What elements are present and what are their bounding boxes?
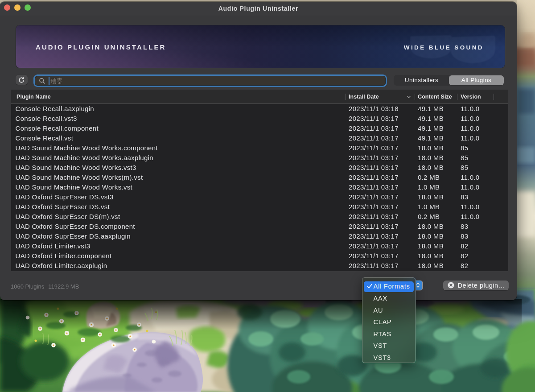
menu-item-label: AAX — [374, 295, 387, 302]
cell-content-size: 18.0 MB — [418, 192, 444, 202]
delete-plugin-label: Delete plugin... — [458, 282, 505, 289]
cell-plugin-name: UAD Sound Machine Wood Works.aaxplugin — [16, 153, 153, 163]
cell-install-date: 2023/11/1 03:17 — [349, 202, 399, 212]
delete-circle-x-icon — [448, 282, 454, 289]
cell-version: 11.0.0 — [461, 114, 479, 124]
menu-item[interactable]: VST3 — [364, 352, 414, 364]
plugin-count: 1060 Plugins — [11, 283, 44, 290]
cell-plugin-name: UAD Sound Machine Wood Works(m).vst — [16, 173, 143, 182]
table-row[interactable]: UAD Sound Machine Wood Works.component 2… — [11, 143, 508, 153]
column-header-install-date[interactable]: Install Date — [349, 90, 379, 104]
status-bar: 1060 Plugins11922.9 MB — [11, 283, 79, 290]
search-placeholder — [50, 77, 62, 84]
total-size: 11922.9 MB — [48, 283, 79, 290]
table-row[interactable]: UAD Oxford Limiter.vst3 2023/11/1 03:17 … — [11, 241, 508, 251]
segment-all-plugins[interactable]: All Plugins — [449, 75, 504, 85]
cell-install-date: 2023/11/1 03:17 — [349, 163, 399, 173]
table-row[interactable]: Console Recall.vst 2023/11/1 03:17 49.1 … — [11, 133, 508, 143]
search-input[interactable] — [35, 76, 386, 86]
cell-install-date: 2023/11/1 03:17 — [349, 241, 399, 251]
cell-plugin-name: UAD Oxford SuprEsser DS.vst3 — [16, 192, 114, 202]
cell-content-size: 49.1 MB — [418, 104, 444, 114]
column-header-plugin-name[interactable]: Plugin Name — [16, 90, 51, 104]
table-row[interactable]: Console Recall.vst3 2023/11/1 03:17 49.1… — [11, 114, 508, 124]
cell-content-size: 18.0 MB — [418, 251, 444, 261]
refresh-button[interactable] — [16, 75, 28, 85]
cell-content-size: 1.0 MB — [418, 202, 440, 212]
cell-plugin-name: UAD Oxford Limiter.vst3 — [16, 241, 91, 251]
plugins-table: Plugin Name Install Date Content Size Ve… — [11, 90, 508, 271]
cell-plugin-name: Console Recall.aaxplugin — [16, 104, 94, 114]
cell-content-size: 49.1 MB — [418, 133, 444, 143]
table-row[interactable]: UAD Sound Machine Wood Works.vst3 2023/1… — [11, 163, 508, 173]
cell-version: 82 — [461, 251, 468, 261]
cell-version: 11.0.0 — [461, 212, 479, 222]
table-row[interactable]: UAD Sound Machine Wood Works.aaxplugin 2… — [11, 153, 508, 163]
menu-item[interactable]: CLAP — [364, 316, 414, 328]
cell-version: 82 — [461, 241, 468, 251]
banner-title: AUDIO PLUGIN UNINSTALLER — [36, 25, 166, 68]
menu-item-label: RTAS — [374, 330, 392, 338]
table-row[interactable]: UAD Sound Machine Wood Works(m).vst 2023… — [11, 173, 508, 182]
cell-install-date: 2023/11/1 03:17 — [349, 124, 399, 133]
titlebar[interactable]: Audio Plugin Uninstaller — [0, 2, 517, 15]
cell-install-date: 2023/11/1 03:17 — [349, 231, 399, 241]
menu-item[interactable]: AU — [364, 305, 414, 317]
menu-item[interactable]: All Formats — [364, 281, 414, 292]
cell-version: 11.0.0 — [461, 124, 479, 133]
menu-item-label: All Formats — [374, 283, 410, 290]
cell-install-date: 2023/11/1 03:17 — [349, 114, 399, 124]
column-separator — [494, 94, 494, 100]
table-row[interactable]: UAD Sound Machine Wood Works.vst 2023/11… — [11, 182, 508, 192]
cell-content-size: 18.0 MB — [418, 153, 444, 163]
cell-content-size: 49.1 MB — [418, 114, 444, 124]
table-row[interactable]: UAD Oxford Limiter.aaxplugin 2023/11/1 0… — [11, 261, 508, 271]
column-separator — [346, 94, 346, 100]
cell-install-date: 2023/11/1 03:17 — [349, 143, 399, 153]
cell-content-size: 18.0 MB — [418, 163, 444, 173]
cell-content-size: 0.2 MB — [418, 173, 440, 182]
cell-content-size: 18.0 MB — [418, 231, 444, 241]
cell-version: 11.0.0 — [461, 133, 479, 143]
table-row[interactable]: UAD Oxford SuprEsser DS(m).vst 2023/11/1… — [11, 212, 508, 222]
table-row[interactable]: Console Recall.aaxplugin 2023/11/1 03:18… — [11, 104, 508, 114]
cell-version: 11.0.0 — [461, 182, 479, 192]
table-row[interactable]: UAD Oxford Limiter.component 2023/11/1 0… — [11, 251, 508, 261]
table-row[interactable]: Console Recall.component 2023/11/1 03:17… — [11, 124, 508, 133]
cell-plugin-name: UAD Oxford SuprEsser DS(m).vst — [16, 212, 120, 222]
table-row[interactable]: UAD Oxford SuprEsser DS.vst 2023/11/1 03… — [11, 202, 508, 212]
delete-plugin-button[interactable]: Delete plugin... — [443, 281, 509, 290]
app-window: Audio Plugin Uninstaller AUDIO PLUGIN UN… — [0, 2, 517, 300]
sort-indicator-icon — [407, 95, 411, 99]
table-row[interactable]: UAD Oxford SuprEsser DS.vst3 2023/11/1 0… — [11, 192, 508, 202]
cell-install-date: 2023/11/1 03:17 — [349, 192, 399, 202]
banner-brand: WIDE BLUE SOUND — [404, 25, 484, 68]
column-separator — [457, 94, 457, 100]
cell-install-date: 2023/11/1 03:17 — [349, 212, 399, 222]
menu-item[interactable]: RTAS — [364, 328, 414, 340]
segment-uninstallers[interactable]: Uninstallers — [394, 75, 449, 85]
text-caret — [49, 77, 49, 85]
cell-install-date: 2023/11/1 03:17 — [349, 182, 399, 192]
table-row[interactable]: UAD Oxford SuprEsser DS.component 2023/1… — [11, 222, 508, 231]
column-header-content-size[interactable]: Content Size — [418, 90, 452, 104]
menu-item[interactable]: VST — [364, 340, 414, 352]
format-filter-menu: All Formats AAX AU CLAP RTAS VST — [362, 277, 416, 363]
refresh-icon — [18, 76, 25, 83]
menu-item[interactable]: AAX — [364, 293, 414, 305]
menu-item-label: VST — [374, 342, 387, 349]
table-header: Plugin Name Install Date Content Size Ve… — [11, 90, 508, 104]
cell-plugin-name: UAD Oxford SuprEsser DS.vst — [16, 202, 110, 212]
cell-version: 85 — [461, 163, 468, 173]
column-header-version[interactable]: Version — [461, 90, 481, 104]
cell-plugin-name: Console Recall.vst — [16, 133, 74, 143]
table-row[interactable]: UAD Oxford SuprEsser DS.aaxplugin 2023/1… — [11, 231, 508, 241]
cell-version: 11.0.0 — [461, 202, 479, 212]
cell-plugin-name: UAD Oxford SuprEsser DS.aaxplugin — [16, 231, 131, 241]
cell-content-size: 49.1 MB — [418, 124, 444, 133]
cell-version: 82 — [461, 261, 468, 271]
cell-content-size: 18.0 MB — [418, 143, 444, 153]
cell-version: 11.0.0 — [461, 104, 479, 114]
popup-chevrons-icon — [416, 282, 420, 288]
cell-plugin-name: UAD Oxford Limiter.aaxplugin — [16, 261, 107, 271]
